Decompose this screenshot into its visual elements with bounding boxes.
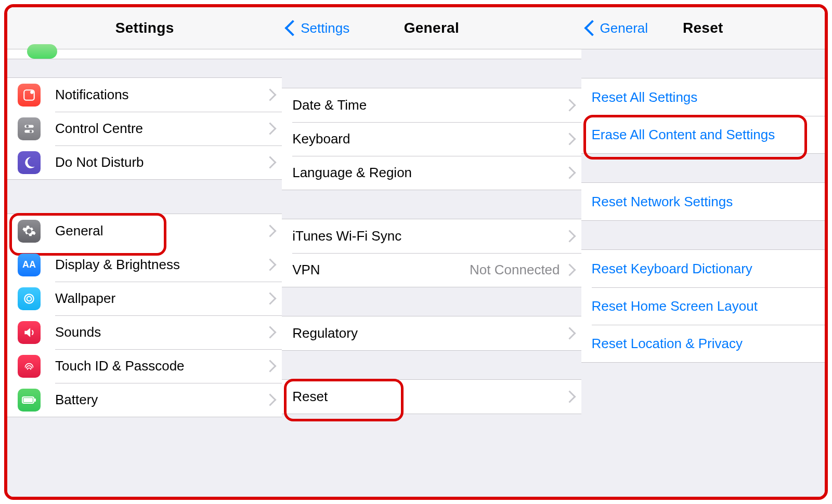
row-label: Date & Time	[292, 97, 565, 113]
row-label: Reset Keyboard Dictionary	[592, 261, 817, 277]
row-label: Reset	[292, 389, 565, 405]
general-group-reset: Reset	[282, 379, 581, 414]
do-not-disturb-icon	[18, 151, 41, 174]
chevron-right-icon	[563, 99, 576, 111]
row-label: Reset Home Screen Layout	[592, 298, 817, 314]
previous-row-peek	[282, 49, 581, 59]
row-label: Wallpaper	[55, 290, 266, 307]
reset-group-c: Reset Keyboard Dictionary Reset Home Scr…	[581, 249, 825, 363]
settings-group-alerts: Notifications Control Centre Do Not Dist…	[7, 77, 282, 180]
row-label: Language & Region	[292, 165, 565, 181]
settings-group-device: General AA Display & Brightness Wallpape…	[7, 214, 282, 417]
row-reset-network[interactable]: Reset Network Settings	[581, 183, 825, 220]
chevron-left-icon	[285, 20, 301, 36]
row-label: Reset Location & Privacy	[592, 336, 817, 352]
page-title: Reset	[683, 20, 723, 36]
row-battery[interactable]: Battery	[7, 383, 282, 417]
reset-panel: General Reset Reset All Settings Erase A…	[581, 7, 825, 497]
svg-rect-9	[23, 398, 33, 402]
section-gap	[581, 154, 825, 182]
general-panel: Settings General Date & Time Keyboard La…	[282, 7, 581, 497]
svg-point-7	[24, 294, 33, 303]
section-gap	[282, 351, 581, 379]
chevron-right-icon	[264, 224, 277, 237]
wallpaper-icon	[18, 287, 41, 310]
row-general[interactable]: General	[7, 214, 282, 248]
row-regulatory[interactable]: Regulatory	[282, 316, 581, 350]
row-touch-id[interactable]: Touch ID & Passcode	[7, 349, 282, 383]
row-itunes-wifi-sync[interactable]: iTunes Wi-Fi Sync	[282, 219, 581, 253]
chevron-right-icon	[563, 230, 576, 242]
row-sounds[interactable]: Sounds	[7, 315, 282, 349]
header-reset: General Reset	[581, 7, 825, 49]
chevron-right-icon	[563, 132, 576, 145]
section-gap	[7, 180, 282, 214]
section-gap	[581, 49, 825, 78]
back-to-general[interactable]: General	[587, 7, 648, 49]
back-to-settings[interactable]: Settings	[287, 7, 349, 49]
chevron-right-icon	[264, 258, 277, 271]
header-settings: Settings	[7, 7, 282, 49]
svg-point-6	[27, 296, 32, 301]
row-control-centre[interactable]: Control Centre	[7, 112, 282, 145]
row-label: VPN	[292, 262, 470, 278]
general-group-reg: Regulatory	[282, 316, 581, 351]
svg-point-5	[30, 130, 32, 132]
display-brightness-icon: AA	[18, 254, 41, 276]
row-wallpaper[interactable]: Wallpaper	[7, 282, 282, 315]
chevron-right-icon	[264, 360, 277, 372]
row-label: Touch ID & Passcode	[55, 358, 266, 374]
row-label: Reset All Settings	[592, 89, 817, 105]
row-label: Sounds	[55, 324, 266, 340]
general-group-locale: Date & Time Keyboard Language & Region	[282, 88, 581, 190]
row-label: Erase All Content and Settings	[592, 127, 817, 143]
row-label: Display & Brightness	[55, 257, 266, 273]
row-value: Not Connected	[470, 262, 560, 278]
row-language-region[interactable]: Language & Region	[282, 156, 581, 190]
row-reset-home-layout[interactable]: Reset Home Screen Layout	[581, 287, 825, 325]
row-notifications[interactable]: Notifications	[7, 78, 282, 112]
general-group-conn: iTunes Wi-Fi Sync VPN Not Connected	[282, 219, 581, 287]
row-keyboard[interactable]: Keyboard	[282, 122, 581, 156]
row-do-not-disturb[interactable]: Do Not Disturb	[7, 145, 282, 179]
chevron-right-icon	[264, 88, 277, 101]
chevron-right-icon	[264, 156, 277, 168]
row-display-brightness[interactable]: AA Display & Brightness	[7, 248, 282, 282]
row-label: Do Not Disturb	[55, 154, 266, 170]
svg-rect-3	[24, 130, 33, 132]
chevron-right-icon	[563, 327, 576, 339]
back-label: Settings	[301, 20, 349, 36]
row-reset-keyboard-dict[interactable]: Reset Keyboard Dictionary	[581, 250, 825, 287]
row-reset-all-settings[interactable]: Reset All Settings	[581, 78, 825, 116]
section-gap	[282, 190, 581, 219]
sounds-icon	[18, 321, 41, 344]
row-vpn[interactable]: VPN Not Connected	[282, 253, 581, 287]
settings-root-panel: Settings Notifications Control Centre	[7, 7, 282, 497]
toggle-on-peek	[27, 44, 57, 59]
section-gap	[7, 59, 282, 77]
row-label: Control Centre	[55, 121, 266, 137]
previous-row-peek	[7, 49, 282, 59]
notifications-icon	[18, 84, 41, 107]
row-label: Notifications	[55, 87, 266, 103]
tutorial-frame: Settings Notifications Control Centre	[4, 4, 828, 500]
general-icon	[18, 220, 41, 243]
row-label: General	[55, 223, 266, 239]
section-gap	[581, 221, 825, 249]
reset-group-a: Reset All Settings Erase All Content and…	[581, 78, 825, 154]
row-label: Regulatory	[292, 325, 565, 341]
row-reset-location-privacy[interactable]: Reset Location & Privacy	[581, 325, 825, 362]
svg-rect-2	[24, 125, 33, 127]
row-date-time[interactable]: Date & Time	[282, 88, 581, 122]
chevron-right-icon	[264, 393, 277, 406]
chevron-right-icon	[563, 166, 576, 179]
section-gap	[282, 287, 581, 316]
page-title: Settings	[115, 20, 174, 36]
chevron-right-icon	[563, 390, 576, 403]
row-erase-all[interactable]: Erase All Content and Settings	[581, 116, 825, 153]
row-label: Battery	[55, 392, 266, 408]
battery-icon	[18, 389, 41, 412]
svg-point-1	[30, 90, 33, 94]
svg-rect-10	[34, 399, 36, 402]
row-reset[interactable]: Reset	[282, 380, 581, 414]
